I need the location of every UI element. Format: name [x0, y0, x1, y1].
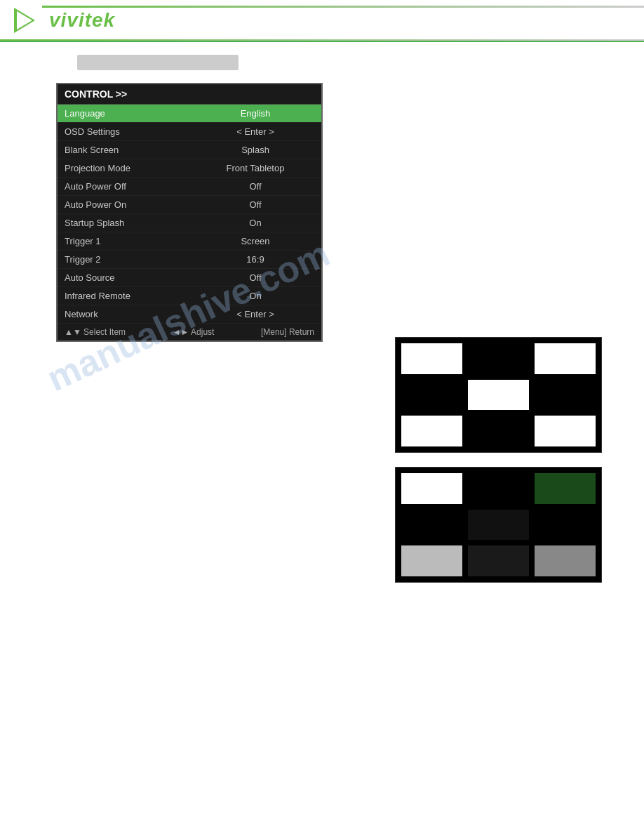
- osd-value-network: < Enter >: [189, 305, 321, 323]
- grid-cell2-2-2: [468, 510, 529, 541]
- osd-value-osd-settings: < Enter >: [189, 123, 321, 140]
- osd-footer-return: [Menu] Return: [261, 327, 314, 337]
- osd-label-startup-splash: Startup Splash: [58, 214, 189, 232]
- gray-bar: [77, 55, 239, 70]
- osd-value-auto-power-on: Off: [189, 196, 321, 213]
- grid-cell2-3-1: [401, 545, 462, 576]
- osd-footer-select: ▲▼ Select Item: [65, 327, 126, 337]
- grid-cell-1-1: [401, 343, 462, 374]
- osd-row-language[interactable]: Language English: [58, 105, 321, 123]
- grid-cell2-3-2: [468, 545, 529, 576]
- grid-cell2-2-3: [535, 510, 596, 541]
- osd-row-projection-mode[interactable]: Projection Mode Front Tabletop: [58, 159, 321, 178]
- grid-cell-2-3: [535, 380, 596, 411]
- grid-cell2-1-1: [401, 473, 462, 504]
- grid-panels: [395, 337, 602, 583]
- osd-label-infrared-remote: Infrared Remote: [58, 287, 189, 305]
- logo-text: vivitek: [49, 9, 115, 32]
- osd-value-language: English: [189, 105, 321, 122]
- header-line-top: [42, 6, 644, 8]
- osd-row-auto-power-on[interactable]: Auto Power On Off: [58, 196, 321, 214]
- osd-label-auto-power-on: Auto Power On: [58, 196, 189, 213]
- osd-row-osd-settings[interactable]: OSD Settings < Enter >: [58, 123, 321, 141]
- osd-label-projection-mode: Projection Mode: [58, 159, 189, 177]
- osd-row-trigger1[interactable]: Trigger 1 Screen: [58, 232, 321, 251]
- svg-marker-1: [17, 11, 32, 29]
- osd-value-startup-splash: On: [189, 214, 321, 232]
- grid-cell-1-3: [535, 343, 596, 374]
- osd-row-trigger2[interactable]: Trigger 2 16:9: [58, 251, 321, 269]
- osd-value-auto-source: Off: [189, 269, 321, 286]
- osd-label-trigger2: Trigger 2: [58, 251, 189, 268]
- osd-label-trigger1: Trigger 1: [58, 232, 189, 250]
- osd-menu: CONTROL >> Language English OSD Settings…: [56, 83, 323, 342]
- logo-brand: vivitek: [49, 9, 115, 31]
- grid-panel-2: [395, 467, 602, 583]
- grid-cell2-3-3: [535, 545, 596, 576]
- grid-cell-3-2: [468, 416, 529, 446]
- osd-row-startup-splash[interactable]: Startup Splash On: [58, 214, 321, 232]
- grid-cell-1-2: [468, 343, 529, 374]
- logo-arrow-icon: [14, 8, 49, 33]
- grid-cell2-2-1: [401, 510, 462, 541]
- osd-value-infrared-remote: On: [189, 287, 321, 305]
- osd-footer: ▲▼ Select Item ◄► Adjust [Menu] Return: [58, 324, 321, 340]
- osd-label-auto-power-off: Auto Power Off: [58, 178, 189, 195]
- osd-value-trigger2: 16:9: [189, 251, 321, 268]
- grid-cell-3-1: [401, 416, 462, 446]
- osd-label-language: Language: [58, 105, 189, 122]
- osd-row-infrared-remote[interactable]: Infrared Remote On: [58, 287, 321, 305]
- osd-label-network: Network: [58, 305, 189, 323]
- osd-row-auto-power-off[interactable]: Auto Power Off Off: [58, 178, 321, 196]
- osd-value-trigger1: Screen: [189, 232, 321, 250]
- header-line-bottom: [0, 39, 644, 41]
- grid-cell-2-2: [468, 380, 529, 411]
- grid-cell2-1-3: [535, 473, 596, 504]
- osd-label-auto-source: Auto Source: [58, 269, 189, 286]
- header: vivitek: [0, 0, 644, 42]
- grid-panel-1: [395, 337, 602, 453]
- content: CONTROL >> Language English OSD Settings…: [0, 83, 644, 370]
- osd-row-network[interactable]: Network < Enter >: [58, 305, 321, 324]
- osd-value-blank-screen: Splash: [189, 141, 321, 159]
- grid-cell2-1-2: [468, 473, 529, 504]
- osd-value-auto-power-off: Off: [189, 178, 321, 195]
- grid-cell-3-3: [535, 416, 596, 446]
- osd-row-auto-source[interactable]: Auto Source Off: [58, 269, 321, 287]
- osd-title: CONTROL >>: [58, 84, 321, 105]
- osd-value-projection-mode: Front Tabletop: [189, 159, 321, 177]
- osd-label-blank-screen: Blank Screen: [58, 141, 189, 159]
- osd-footer-adjust: ◄► Adjust: [173, 327, 215, 337]
- osd-label-osd-settings: OSD Settings: [58, 123, 189, 140]
- grid-cell-2-1: [401, 380, 462, 411]
- osd-row-blank-screen[interactable]: Blank Screen Splash: [58, 141, 321, 159]
- logo-container: vivitek: [14, 8, 115, 33]
